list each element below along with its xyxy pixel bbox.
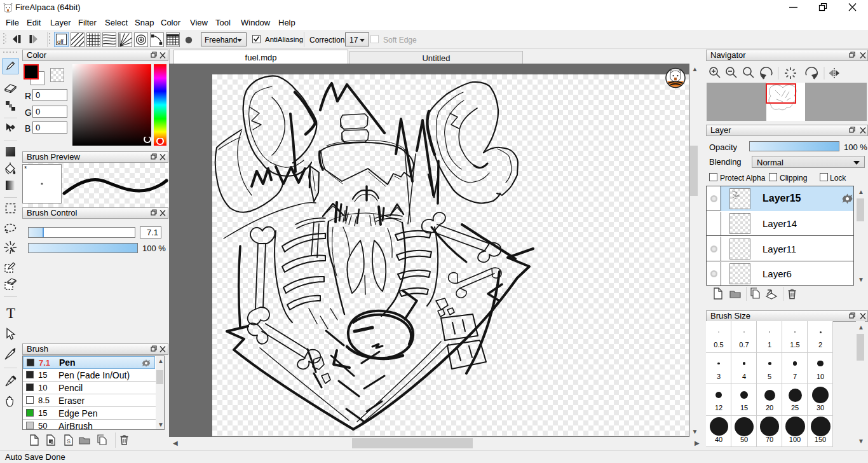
svg-text:S: S <box>67 438 71 445</box>
